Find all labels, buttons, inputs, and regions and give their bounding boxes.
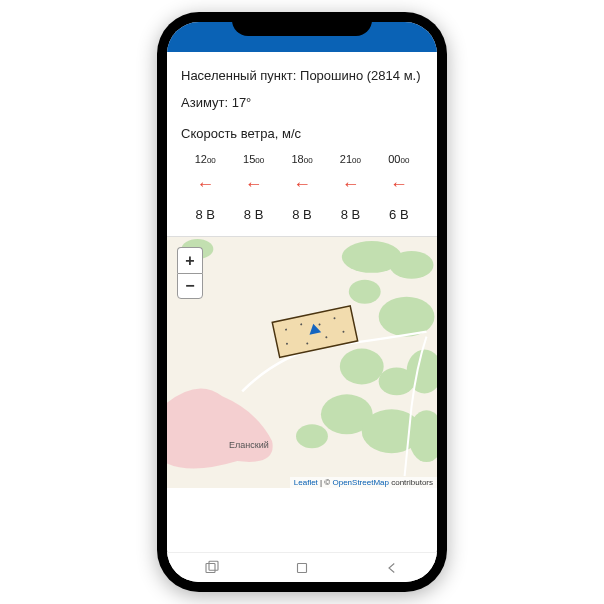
- wind-col: 0000 ← 6 В: [375, 153, 423, 222]
- wind-speed: 6 В: [389, 203, 409, 222]
- phone-frame: Населенный пункт: Порошино (2814 м.) Ази…: [157, 12, 447, 592]
- osm-link[interactable]: OpenStreetMap: [332, 478, 388, 487]
- zoom-controls: + −: [177, 247, 203, 299]
- screen: Населенный пункт: Порошино (2814 м.) Ази…: [167, 22, 437, 582]
- wind-col: 1200 ← 8 В: [181, 153, 229, 222]
- svg-point-10: [296, 424, 328, 448]
- home-icon[interactable]: [293, 559, 311, 577]
- zoom-out-button[interactable]: −: [177, 273, 203, 299]
- azimuth-info: Азимут: 17°: [181, 89, 423, 116]
- back-icon[interactable]: [383, 559, 401, 577]
- wind-col: 1800 ← 8 В: [278, 153, 326, 222]
- svg-point-1: [390, 251, 434, 279]
- wind-speed: 8 В: [195, 203, 215, 222]
- phone-notch: [232, 12, 372, 36]
- settlement-info: Населенный пункт: Порошино (2814 м.): [181, 62, 423, 89]
- wind-arrow-icon: ←: [293, 175, 311, 193]
- wind-speed: 8 В: [244, 203, 264, 222]
- map-canvas[interactable]: [167, 237, 437, 488]
- android-nav-bar: [167, 552, 437, 582]
- wind-time: 1200: [195, 153, 216, 165]
- wind-time: 1500: [243, 153, 264, 165]
- wind-grid: 1200 ← 8 В 1500 ← 8 В 1800 ← 8 В 2100 ←: [181, 145, 423, 236]
- map-area[interactable]: + − Еланский Leaflet | © OpenStreetMap c…: [167, 236, 437, 488]
- leaflet-link[interactable]: Leaflet: [294, 478, 318, 487]
- wind-time: 2100: [340, 153, 361, 165]
- recent-apps-icon[interactable]: [203, 559, 221, 577]
- map-attribution: Leaflet | © OpenStreetMap contributors: [290, 477, 437, 488]
- map-place-label: Еланский: [229, 440, 269, 450]
- wind-arrow-icon: ←: [245, 175, 263, 193]
- wind-time: 0000: [388, 153, 409, 165]
- wind-col: 1500 ← 8 В: [229, 153, 277, 222]
- svg-rect-24: [298, 563, 307, 572]
- wind-time: 1800: [291, 153, 312, 165]
- wind-speed: 8 В: [341, 203, 361, 222]
- svg-point-2: [349, 280, 381, 304]
- svg-point-4: [340, 349, 384, 385]
- svg-rect-23: [209, 561, 218, 570]
- wind-arrow-icon: ←: [196, 175, 214, 193]
- wind-section-title: Скорость ветра, м/с: [181, 116, 423, 145]
- content-area: Населенный пункт: Порошино (2814 м.) Ази…: [167, 52, 437, 236]
- wind-arrow-icon: ←: [390, 175, 408, 193]
- zoom-in-button[interactable]: +: [177, 247, 203, 273]
- wind-arrow-icon: ←: [341, 175, 359, 193]
- svg-rect-22: [206, 563, 215, 572]
- wind-speed: 8 В: [292, 203, 312, 222]
- wind-col: 2100 ← 8 В: [326, 153, 374, 222]
